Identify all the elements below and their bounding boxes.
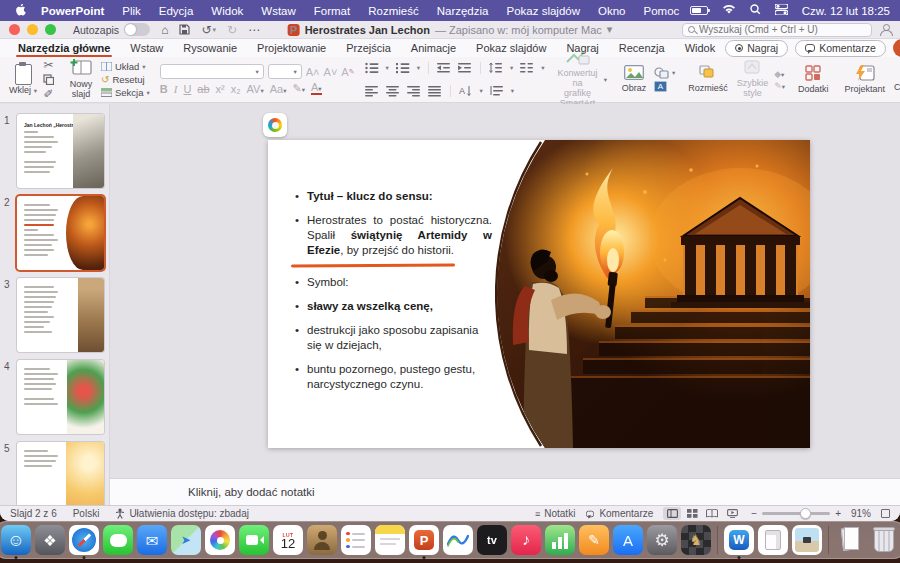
format-painter-icon[interactable]: ✐ <box>43 87 54 101</box>
tab-wstaw[interactable]: Wstaw <box>120 39 173 57</box>
numbering-button[interactable] <box>396 62 410 74</box>
record-button[interactable]: Nagraj <box>725 40 788 57</box>
menu-item-rozmiesc[interactable]: Rozmieść <box>359 5 427 17</box>
addins-button[interactable]: Dodatki <box>795 64 832 96</box>
dock-icon-appletv[interactable]: tv <box>477 525 507 555</box>
slide-bullet-6[interactable]: buntu pozornego, pustego gestu, narcysty… <box>294 362 492 392</box>
accessibility-checker[interactable]: Ułatwienia dostępu: zbadaj <box>115 508 249 519</box>
menu-item-format[interactable]: Format <box>305 5 359 17</box>
align-left-button[interactable] <box>365 85 379 97</box>
slide-bullet-2[interactable]: Herostrates to postać historyczna. Spali… <box>294 213 492 258</box>
undo-button[interactable]: ↺▾ <box>201 24 216 36</box>
dock-icon-pages[interactable]: ✎ <box>579 525 609 555</box>
slide-sorter-view-button[interactable] <box>683 507 701 520</box>
slide-bullet-4[interactable]: sławy za wszelką cenę, <box>294 299 492 314</box>
comments-button[interactable]: Komentarze <box>795 40 886 57</box>
dock-icon-music[interactable]: ♪ <box>511 525 541 555</box>
battery-icon[interactable] <box>690 6 708 15</box>
slide-thumbnail-2[interactable] <box>17 196 104 270</box>
dock-icon-word[interactable]: W <box>724 525 754 555</box>
dock-icon-document-app[interactable] <box>758 525 788 555</box>
paste-button[interactable]: Wklej ▾ <box>6 63 40 97</box>
dock-icon-calendar[interactable]: LUT12 <box>273 525 303 555</box>
arrange-button[interactable]: Rozmieść <box>685 64 731 95</box>
zoom-window-button[interactable] <box>45 24 56 35</box>
menu-item-wstaw[interactable]: Wstaw <box>252 5 305 17</box>
dock-icon-finder[interactable]: ☺ <box>1 525 31 555</box>
dock-icon-facetime[interactable] <box>239 525 269 555</box>
tab-recenzja[interactable]: Recenzja <box>609 39 675 57</box>
dock-icon-downloads-stack[interactable] <box>835 525 865 555</box>
tab-narzędzia-główne[interactable]: Narzędzia główne <box>8 39 120 57</box>
copilot-floating-button[interactable] <box>263 113 287 137</box>
dock-icon-numbers[interactable] <box>545 525 575 555</box>
spotlight-search-icon[interactable] <box>750 4 761 18</box>
control-center-icon[interactable] <box>775 4 788 18</box>
dock-icon-maps[interactable]: ➤ <box>171 525 201 555</box>
dock-icon-safari[interactable] <box>69 525 99 555</box>
slide-text-block[interactable]: Tytuł – klucz do sensu:Herostrates to po… <box>294 189 492 401</box>
minimize-window-button[interactable] <box>27 24 38 35</box>
increase-indent-button[interactable] <box>458 62 472 74</box>
document-title[interactable]: P Herostrates Jan Lechon — Zapisano w: m… <box>288 23 613 36</box>
menu-item-pokaz-slajdow[interactable]: Pokaz slajdów <box>497 5 589 17</box>
dock-icon-messages[interactable] <box>103 525 133 555</box>
dock-icon-settings[interactable]: ⚙ <box>647 525 677 555</box>
copilot-button[interactable]: Copilot <box>891 66 900 94</box>
tab-pokaz-slajdów[interactable]: Pokaz slajdów <box>466 39 556 57</box>
zoom-slider[interactable] <box>762 512 830 515</box>
layout-button[interactable]: Układ▾ <box>101 61 150 72</box>
language-selector[interactable]: Polski <box>73 508 100 519</box>
dock-icon-photos[interactable] <box>205 525 235 555</box>
zoom-out-button[interactable]: − <box>751 508 757 519</box>
fit-slide-to-window-button[interactable] <box>881 509 890 518</box>
notes-toggle[interactable]: ≡Notatki <box>535 508 575 519</box>
notes-pane[interactable]: Kliknij, aby dodać notatki <box>110 478 900 505</box>
reset-button[interactable]: ↺Resetuj <box>101 74 150 85</box>
font-name-select[interactable]: ▾ <box>160 64 264 79</box>
slide-thumbnail-4[interactable] <box>17 360 104 434</box>
zoom-level[interactable]: 91% <box>851 508 871 519</box>
dock-icon-appstore[interactable]: A <box>613 525 643 555</box>
dock-icon-powerpoint[interactable]: P <box>409 525 439 555</box>
profile-icon[interactable] <box>880 24 891 35</box>
align-text-button[interactable] <box>490 85 504 97</box>
dock-icon-launchpad[interactable]: ❖ <box>35 525 65 555</box>
menu-item-edycja[interactable]: Edycja <box>150 5 203 17</box>
tab-rysowanie[interactable]: Rysowanie <box>173 39 247 57</box>
tab-przejścia[interactable]: Przejścia <box>336 39 401 57</box>
slide-thumbnail-3[interactable] <box>17 278 104 352</box>
tab-animacje[interactable]: Animacje <box>401 39 466 57</box>
dock-icon-notes[interactable] <box>375 525 405 555</box>
text-box-button[interactable]: A <box>654 81 675 92</box>
zoom-in-button[interactable]: + <box>835 508 841 519</box>
menu-clock[interactable]: Czw. 12 lut 18:25 <box>802 5 890 17</box>
dock-icon-mail[interactable]: ✉ <box>137 525 167 555</box>
bullets-button[interactable] <box>365 62 379 74</box>
autosave-toggle[interactable] <box>124 23 150 36</box>
menu-item-powerpoint[interactable]: PowerPoint <box>32 5 113 17</box>
new-slide-button[interactable]: Nowy slajd <box>64 58 98 101</box>
slide-thumbnail-1[interactable]: Jan Lechoń „Herostrates” <box>17 114 104 188</box>
home-icon[interactable]: ⌂ <box>161 24 168 36</box>
menu-item-widok[interactable]: Widok <box>202 5 252 17</box>
dock-icon-trash[interactable] <box>869 525 899 555</box>
align-right-button[interactable] <box>407 85 421 97</box>
slide-2-editor[interactable]: Tytuł – klucz do sensu:Herostrates to po… <box>268 140 810 448</box>
save-icon[interactable] <box>179 24 190 35</box>
justify-button[interactable] <box>428 85 442 97</box>
menu-item-pomoc[interactable]: Pomoc <box>634 5 688 17</box>
slide-bullet-1[interactable]: Tytuł – klucz do sensu: <box>294 189 492 204</box>
more-commands-icon[interactable]: ⋯ <box>248 24 260 36</box>
dock-icon-freeform[interactable] <box>443 525 473 555</box>
close-window-button[interactable] <box>9 24 20 35</box>
reading-view-button[interactable] <box>703 507 721 520</box>
comments-toggle[interactable]: Komentarze <box>585 508 653 519</box>
slideshow-view-button[interactable] <box>723 507 741 520</box>
designer-button[interactable]: Projektant <box>842 64 889 96</box>
tab-widok[interactable]: Widok <box>675 39 726 57</box>
picture-button[interactable]: Obraz <box>617 64 651 95</box>
zoom-slider-knob[interactable] <box>800 508 811 519</box>
columns-button[interactable] <box>520 62 534 74</box>
slide-thumbnail-5[interactable] <box>17 442 104 505</box>
